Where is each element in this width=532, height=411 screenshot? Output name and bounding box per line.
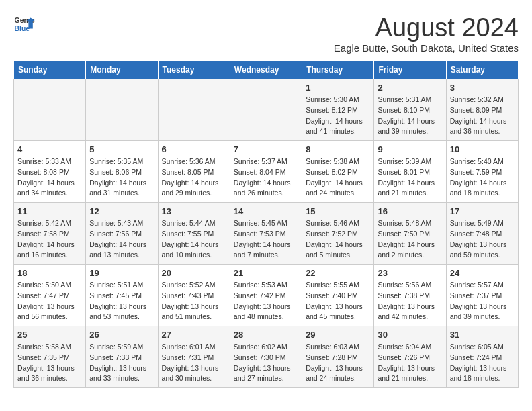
day-info: Sunrise: 5:43 AM Sunset: 7:56 PM Dayligh… [89,218,154,261]
calendar-cell: 25Sunrise: 5:58 AM Sunset: 7:35 PM Dayli… [14,326,86,388]
calendar-cell [230,79,302,141]
calendar-cell: 27Sunrise: 6:01 AM Sunset: 7:31 PM Dayli… [158,326,230,388]
calendar-cell: 12Sunrise: 5:43 AM Sunset: 7:56 PM Dayli… [86,203,158,265]
day-info: Sunrise: 5:58 AM Sunset: 7:35 PM Dayligh… [17,342,82,384]
day-number: 14 [234,206,298,216]
day-number: 30 [378,330,442,340]
day-number: 8 [306,144,370,154]
day-number: 6 [162,144,226,154]
week-row-2: 4Sunrise: 5:33 AM Sunset: 8:08 PM Daylig… [14,141,519,203]
day-header-tuesday: Tuesday [158,61,230,79]
day-info: Sunrise: 5:33 AM Sunset: 8:08 PM Dayligh… [17,156,82,199]
calendar-cell: 8Sunrise: 5:38 AM Sunset: 8:02 PM Daylig… [302,141,374,203]
day-info: Sunrise: 5:39 AM Sunset: 8:01 PM Dayligh… [378,156,442,199]
day-number: 26 [89,330,154,340]
title-area: August 2024 Eagle Butte, South Dakota, U… [334,13,519,54]
day-info: Sunrise: 5:55 AM Sunset: 7:40 PM Dayligh… [306,280,370,322]
calendar-cell [14,79,86,141]
svg-text:Blue: Blue [15,25,30,32]
day-info: Sunrise: 5:51 AM Sunset: 7:45 PM Dayligh… [89,280,154,322]
week-row-3: 11Sunrise: 5:42 AM Sunset: 7:58 PM Dayli… [14,203,519,265]
day-info: Sunrise: 5:36 AM Sunset: 8:05 PM Dayligh… [162,156,226,199]
day-info: Sunrise: 5:37 AM Sunset: 8:04 PM Dayligh… [234,156,298,199]
day-number: 19 [89,268,154,278]
calendar-cell: 9Sunrise: 5:39 AM Sunset: 8:01 PM Daylig… [374,141,446,203]
calendar-header-row: SundayMondayTuesdayWednesdayThursdayFrid… [14,61,519,79]
day-info: Sunrise: 5:44 AM Sunset: 7:55 PM Dayligh… [162,218,226,261]
calendar-cell: 10Sunrise: 5:40 AM Sunset: 7:59 PM Dayli… [446,141,518,203]
calendar-cell: 2Sunrise: 5:31 AM Sunset: 8:10 PM Daylig… [374,79,446,141]
calendar-cell: 16Sunrise: 5:48 AM Sunset: 7:50 PM Dayli… [374,203,446,265]
day-info: Sunrise: 5:42 AM Sunset: 7:58 PM Dayligh… [17,218,82,261]
day-info: Sunrise: 5:31 AM Sunset: 8:10 PM Dayligh… [378,95,442,137]
day-number: 15 [306,206,370,216]
day-header-saturday: Saturday [446,61,518,79]
day-number: 25 [17,330,82,340]
calendar-cell: 30Sunrise: 6:04 AM Sunset: 7:26 PM Dayli… [374,326,446,388]
calendar-cell: 31Sunrise: 6:05 AM Sunset: 7:24 PM Dayli… [446,326,518,388]
day-number: 24 [450,268,515,278]
calendar-cell [86,79,158,141]
day-info: Sunrise: 5:56 AM Sunset: 7:38 PM Dayligh… [378,280,442,322]
day-number: 1 [306,83,370,93]
day-number: 2 [378,83,442,93]
calendar-cell: 7Sunrise: 5:37 AM Sunset: 8:04 PM Daylig… [230,141,302,203]
day-number: 4 [17,144,82,154]
day-number: 16 [378,206,442,216]
calendar-cell: 22Sunrise: 5:55 AM Sunset: 7:40 PM Dayli… [302,265,374,326]
week-row-1: 1Sunrise: 5:30 AM Sunset: 8:12 PM Daylig… [14,79,519,141]
calendar-cell: 20Sunrise: 5:52 AM Sunset: 7:43 PM Dayli… [158,265,230,326]
day-info: Sunrise: 5:46 AM Sunset: 7:52 PM Dayligh… [306,218,370,261]
calendar-body: 1Sunrise: 5:30 AM Sunset: 8:12 PM Daylig… [14,79,519,388]
day-info: Sunrise: 5:40 AM Sunset: 7:59 PM Dayligh… [450,156,515,199]
calendar-cell: 21Sunrise: 5:53 AM Sunset: 7:42 PM Dayli… [230,265,302,326]
main-title: August 2024 [334,13,519,42]
day-number: 5 [89,144,154,154]
day-number: 28 [234,330,298,340]
day-number: 13 [162,206,226,216]
day-info: Sunrise: 5:59 AM Sunset: 7:33 PM Dayligh… [89,342,154,384]
day-info: Sunrise: 5:48 AM Sunset: 7:50 PM Dayligh… [378,218,442,261]
day-header-thursday: Thursday [302,61,374,79]
day-number: 23 [378,268,442,278]
day-info: Sunrise: 6:03 AM Sunset: 7:28 PM Dayligh… [306,342,370,384]
day-header-monday: Monday [86,61,158,79]
day-info: Sunrise: 5:30 AM Sunset: 8:12 PM Dayligh… [306,95,370,137]
header: General Blue August 2024 Eagle Butte, So… [13,13,519,54]
day-info: Sunrise: 5:49 AM Sunset: 7:48 PM Dayligh… [450,218,515,261]
day-number: 11 [17,206,82,216]
day-info: Sunrise: 6:05 AM Sunset: 7:24 PM Dayligh… [450,342,515,384]
calendar-table: SundayMondayTuesdayWednesdayThursdayFrid… [13,60,519,388]
day-info: Sunrise: 5:52 AM Sunset: 7:43 PM Dayligh… [162,280,226,322]
day-number: 20 [162,268,226,278]
calendar-cell: 28Sunrise: 6:02 AM Sunset: 7:30 PM Dayli… [230,326,302,388]
calendar-cell: 11Sunrise: 5:42 AM Sunset: 7:58 PM Dayli… [14,203,86,265]
day-info: Sunrise: 5:32 AM Sunset: 8:09 PM Dayligh… [450,95,515,137]
calendar-cell: 4Sunrise: 5:33 AM Sunset: 8:08 PM Daylig… [14,141,86,203]
day-number: 10 [450,144,515,154]
calendar-cell: 15Sunrise: 5:46 AM Sunset: 7:52 PM Dayli… [302,203,374,265]
day-header-wednesday: Wednesday [230,61,302,79]
day-number: 22 [306,268,370,278]
calendar-cell [158,79,230,141]
logo-icon: General Blue [13,13,35,35]
day-number: 21 [234,268,298,278]
subtitle: Eagle Butte, South Dakota, United States [334,42,519,54]
day-info: Sunrise: 6:02 AM Sunset: 7:30 PM Dayligh… [234,342,298,384]
calendar-cell: 29Sunrise: 6:03 AM Sunset: 7:28 PM Dayli… [302,326,374,388]
day-number: 29 [306,330,370,340]
calendar-cell: 6Sunrise: 5:36 AM Sunset: 8:05 PM Daylig… [158,141,230,203]
day-number: 7 [234,144,298,154]
week-row-4: 18Sunrise: 5:50 AM Sunset: 7:47 PM Dayli… [14,265,519,326]
calendar-cell: 3Sunrise: 5:32 AM Sunset: 8:09 PM Daylig… [446,79,518,141]
calendar-cell: 26Sunrise: 5:59 AM Sunset: 7:33 PM Dayli… [86,326,158,388]
calendar-cell: 1Sunrise: 5:30 AM Sunset: 8:12 PM Daylig… [302,79,374,141]
day-number: 12 [89,206,154,216]
day-number: 31 [450,330,515,340]
day-header-friday: Friday [374,61,446,79]
day-info: Sunrise: 5:50 AM Sunset: 7:47 PM Dayligh… [17,280,82,322]
day-number: 18 [17,268,82,278]
day-info: Sunrise: 5:45 AM Sunset: 7:53 PM Dayligh… [234,218,298,261]
day-header-sunday: Sunday [14,61,86,79]
calendar-cell: 23Sunrise: 5:56 AM Sunset: 7:38 PM Dayli… [374,265,446,326]
